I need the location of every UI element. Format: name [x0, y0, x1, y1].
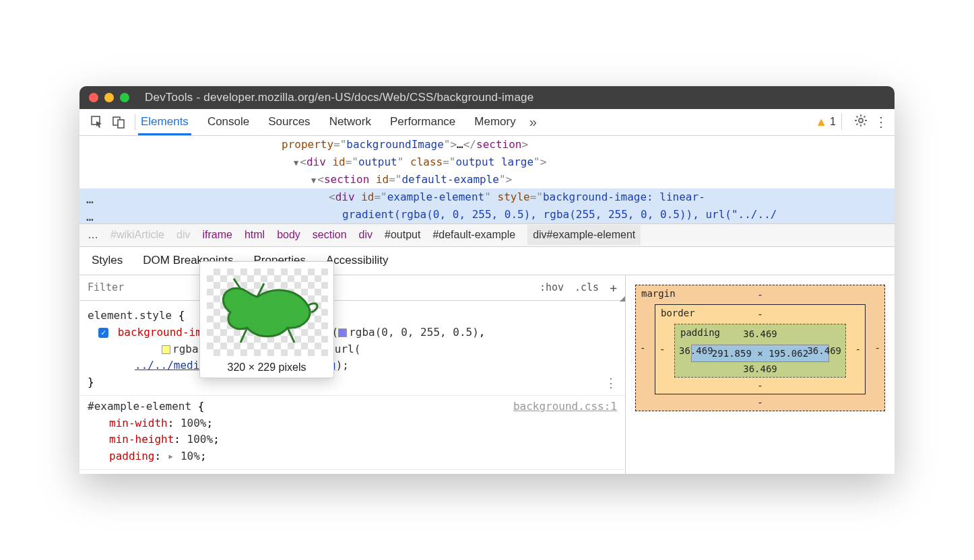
- cls-toggle[interactable]: .cls: [575, 281, 599, 293]
- crumb[interactable]: div: [359, 229, 372, 241]
- style-rule[interactable]: element.style { ✓ background-image: line…: [79, 305, 625, 396]
- svg-line-9: [864, 123, 866, 125]
- close-icon[interactable]: [89, 93, 98, 102]
- style-rule[interactable]: background.css:1 #example-element { min-…: [79, 396, 625, 470]
- filter-bar: :hov .cls +: [79, 275, 625, 301]
- svg-point-3: [859, 118, 863, 123]
- svg-line-8: [857, 116, 858, 117]
- rule-selector: #example-element: [88, 400, 191, 413]
- filter-input[interactable]: [88, 281, 128, 293]
- crumb[interactable]: #wikiArticle: [110, 229, 164, 241]
- svg-rect-2: [118, 120, 124, 128]
- image-thumbnail: [207, 269, 328, 356]
- crumb[interactable]: iframe: [202, 229, 232, 241]
- padding-left[interactable]: 36.469: [679, 345, 713, 356]
- tab-elements[interactable]: Elements: [141, 110, 189, 134]
- tooltip-caption: 320 × 229 pixels: [207, 361, 327, 374]
- main-toolbar: Elements Console Sources Network Perform…: [79, 109, 895, 136]
- subtab-accessibility[interactable]: Accessibility: [326, 254, 389, 267]
- property-toggle[interactable]: ✓: [98, 328, 108, 338]
- crumb[interactable]: html: [245, 229, 265, 241]
- color-swatch-icon[interactable]: [162, 345, 170, 354]
- kebab-menu-icon[interactable]: ⋮: [874, 114, 888, 130]
- dom-node[interactable]: ▼<section id="default-example">: [79, 171, 895, 188]
- computed-panel: margin - - - - border - - - - padding 36…: [625, 275, 895, 474]
- box-model[interactable]: margin - - - - border - - - - padding 36…: [635, 285, 885, 411]
- expand-icon[interactable]: ▼: [294, 158, 298, 168]
- window-title: DevTools - developer.mozilla.org/en-US/d…: [145, 91, 533, 104]
- tab-memory[interactable]: Memory: [474, 110, 515, 134]
- css-property[interactable]: min-width: [109, 417, 168, 429]
- expand-icon[interactable]: ▼: [311, 176, 316, 185]
- dom-node-selected[interactable]: gradient(rgba(0, 0, 255, 0.5), rgba(255,…: [79, 206, 895, 223]
- svg-line-13: [288, 328, 294, 343]
- breadcrumb: … #wikiArticle div iframe html body sect…: [79, 223, 895, 247]
- svg-line-11: [864, 116, 866, 117]
- hov-toggle[interactable]: :hov: [540, 281, 564, 293]
- border-label: border: [661, 308, 695, 318]
- rule-selector: element.style: [88, 309, 172, 322]
- crumb[interactable]: section: [313, 229, 347, 241]
- padding-label: padding: [680, 327, 720, 338]
- warnings-badge[interactable]: ▲ 1: [815, 115, 836, 129]
- new-style-rule-icon[interactable]: +: [610, 281, 617, 295]
- tab-network[interactable]: Network: [329, 110, 371, 134]
- warning-count: 1: [830, 116, 836, 128]
- crumb[interactable]: #output: [385, 229, 420, 241]
- crumb[interactable]: #default-example: [432, 229, 515, 241]
- css-property[interactable]: padding: [109, 450, 154, 462]
- source-link[interactable]: background.css:1: [513, 398, 617, 415]
- svg-line-10: [857, 123, 858, 125]
- separator: [135, 114, 135, 130]
- crumb-selected[interactable]: div#example-element: [527, 225, 641, 245]
- styles-panel: :hov .cls + element.style { ✓ background…: [79, 275, 625, 474]
- tab-console[interactable]: Console: [207, 110, 249, 134]
- crumb[interactable]: div: [176, 229, 190, 241]
- panel-tabs: Elements Console Sources Network Perform…: [141, 110, 516, 134]
- padding-right[interactable]: 36.469: [807, 345, 841, 356]
- svg-line-12: [240, 328, 247, 343]
- image-preview-tooltip: 320 × 229 pixels: [199, 261, 334, 378]
- rule-menu-icon[interactable]: ⋮: [605, 374, 617, 392]
- gear-icon[interactable]: [854, 114, 868, 131]
- dom-node[interactable]: ▼<div id="output" class="output large">: [79, 153, 895, 171]
- warning-icon: ▲: [815, 115, 827, 129]
- separator: [841, 114, 842, 130]
- minimize-icon[interactable]: [104, 93, 114, 102]
- color-swatch-icon[interactable]: [338, 328, 347, 337]
- margin-label: margin: [641, 288, 676, 299]
- inspect-icon[interactable]: [89, 114, 105, 130]
- tab-performance[interactable]: Performance: [390, 110, 455, 134]
- device-toggle-icon[interactable]: [110, 114, 127, 130]
- crumb-overflow[interactable]: …: [88, 229, 98, 241]
- dom-tree[interactable]: property="backgroundImage">…</section> ▼…: [79, 136, 895, 223]
- more-tabs-icon[interactable]: »: [529, 114, 537, 130]
- padding-bottom[interactable]: 36.469: [675, 363, 845, 374]
- titlebar: DevTools - developer.mozilla.org/en-US/d…: [79, 86, 895, 109]
- dom-node-selected[interactable]: <div id="example-element" style="backgro…: [79, 188, 895, 206]
- subtab-styles[interactable]: Styles: [92, 254, 123, 267]
- css-property[interactable]: min-height: [109, 433, 174, 446]
- svg-line-14: [234, 279, 240, 289]
- crumb[interactable]: body: [277, 229, 300, 241]
- tab-sources[interactable]: Sources: [268, 110, 310, 134]
- dom-node[interactable]: property="backgroundImage">…</section>: [79, 136, 895, 153]
- maximize-icon[interactable]: [120, 93, 129, 102]
